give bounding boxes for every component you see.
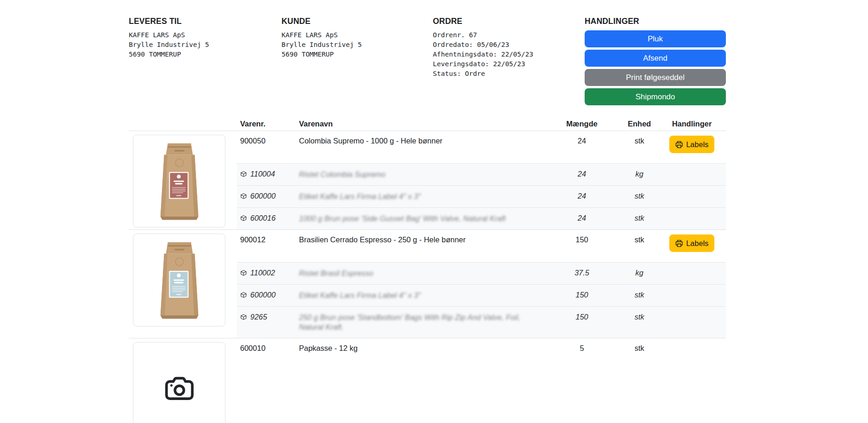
shipmondo-button[interactable]: Shipmondo — [585, 88, 726, 105]
pluk-button[interactable]: Pluk — [585, 30, 726, 47]
deliver-to-title: LEVERES TIL — [129, 17, 282, 26]
line-varenr: 600010 — [237, 344, 299, 353]
package-icon — [240, 215, 247, 222]
line-enhed: stk — [621, 235, 658, 244]
line-varenavn: Brasilien Cerrado Espresso - 250 g - Hel… — [299, 235, 543, 244]
component-varenr: 600016 — [250, 214, 276, 223]
header-enhed: Enhed — [621, 120, 658, 128]
component-varenr: 600000 — [250, 291, 276, 299]
component-line-row: 110004 Ristet Colombia Supremo 24 kg — [237, 163, 726, 185]
header-varenr: Varenr. — [237, 120, 299, 128]
order-lines-table: Varenr. Varenavn Mængde Enhed Handlinger — [129, 117, 726, 423]
coffee-bag-illustration — [145, 138, 214, 224]
customer-title: KUNDE — [282, 17, 433, 26]
labels-button-label: Labels — [686, 239, 709, 248]
component-varenr: 600000 — [250, 192, 276, 200]
afsend-button[interactable]: Afsend — [585, 50, 726, 67]
package-icon — [240, 269, 247, 276]
line-enhed: stk — [621, 344, 658, 353]
product-group: 900050 Colombia Supremo - 1000 g - Hele … — [129, 131, 726, 230]
deliver-to-street: Brylle Industrivej 5 — [129, 40, 282, 50]
component-varenr: 110004 — [250, 170, 275, 178]
customer-section: KUNDE KAFFE LARS ApS Brylle Industrivej … — [282, 17, 433, 117]
line-varenavn: Papkasse - 12 kg — [299, 344, 543, 353]
order-line-row: 600010 Papkasse - 12 kg 5 stk — [237, 338, 726, 371]
component-enhed: stk — [621, 214, 658, 223]
print-folgeseddel-button[interactable]: Print følgeseddel — [585, 69, 726, 86]
deliver-to-name: KAFFE LARS ApS — [129, 30, 282, 40]
line-varenavn: Colombia Supremo - 1000 g - Hele bønner — [299, 137, 543, 145]
package-icon — [240, 314, 247, 320]
line-maengde: 150 — [543, 235, 621, 244]
header-varenavn: Varenavn — [299, 120, 543, 128]
order-summary: LEVERES TIL KAFFE LARS ApS Brylle Indust… — [129, 0, 726, 117]
table-header-row: Varenr. Varenavn Mængde Enhed Handlinger — [129, 117, 726, 131]
component-name-redacted: Ristet Colombia Supremo — [299, 170, 543, 179]
deliver-to-city: 5690 TOMMERUP — [129, 50, 282, 59]
line-maengde: 24 — [543, 137, 621, 145]
package-icon — [240, 193, 247, 200]
camera-icon — [164, 375, 195, 402]
order-line-row: 900050 Colombia Supremo - 1000 g - Hele … — [237, 131, 726, 163]
component-name-redacted: 1000 g Brun pose 'Side Gusset Bag' With … — [299, 214, 543, 223]
order-status: Status: Ordre — [433, 69, 585, 79]
line-enhed: stk — [621, 137, 658, 145]
printer-icon — [675, 141, 683, 149]
component-line-row: 110002 Ristet Brasil Espresso 37.5 kg — [237, 262, 726, 284]
component-maengde: 24 — [543, 170, 621, 178]
delivery-date: Leveringsdato: 22/05/23 — [433, 59, 585, 69]
customer-street: Brylle Industrivej 5 — [282, 40, 433, 50]
labels-button-label: Labels — [686, 140, 709, 149]
component-maengde: 24 — [543, 214, 621, 223]
component-maengde: 37.5 — [543, 269, 621, 277]
component-name-redacted: 250 g Brun pose 'Standbottom' Bags With … — [299, 313, 543, 332]
line-maengde: 5 — [543, 344, 621, 353]
component-line-row: 600016 1000 g Brun pose 'Side Gusset Bag… — [237, 207, 726, 229]
component-line-row: 9265 250 g Brun pose 'Standbottom' Bags … — [237, 306, 726, 338]
component-varenr: 110002 — [250, 269, 275, 277]
header-maengde: Mængde — [543, 120, 621, 128]
component-maengde: 150 — [543, 291, 621, 299]
component-enhed: stk — [621, 291, 658, 299]
component-maengde: 24 — [543, 192, 621, 200]
component-line-row: 600000 Etiket Kaffe Lars Firma Label 4" … — [237, 185, 726, 207]
component-varenr: 9265 — [250, 313, 267, 321]
actions-title: HANDLINGER — [585, 17, 726, 26]
product-image-coffee-bag[interactable] — [133, 234, 225, 326]
order-line-row: 900012 Brasilien Cerrado Espresso - 250 … — [237, 230, 726, 262]
component-name-redacted: Etiket Kaffe Lars Firma Label 4" x 3" — [299, 291, 543, 300]
product-group: 600010 Papkasse - 12 kg 5 stk — [129, 338, 726, 423]
component-enhed: stk — [621, 192, 658, 200]
order-detail-page: LEVERES TIL KAFFE LARS ApS Brylle Indust… — [0, 0, 868, 423]
order-title: ORDRE — [433, 17, 585, 26]
no-image-placeholder — [133, 342, 225, 423]
component-enhed: stk — [621, 313, 658, 321]
printer-icon — [675, 240, 683, 247]
labels-button[interactable]: Labels — [669, 136, 715, 153]
package-icon — [240, 171, 247, 177]
deliver-to-section: LEVERES TIL KAFFE LARS ApS Brylle Indust… — [129, 17, 282, 117]
component-name-redacted: Etiket Kaffe Lars Firma Label 4" x 3" — [299, 192, 543, 201]
component-maengde: 150 — [543, 313, 621, 321]
component-line-row: 600000 Etiket Kaffe Lars Firma Label 4" … — [237, 284, 726, 306]
customer-name: KAFFE LARS ApS — [282, 30, 433, 40]
labels-button[interactable]: Labels — [669, 234, 715, 252]
order-number: Ordrenr. 67 — [433, 30, 585, 40]
header-handlinger: Handlinger — [658, 120, 726, 128]
component-enhed: kg — [621, 170, 658, 178]
product-image-coffee-bag[interactable] — [133, 135, 225, 228]
actions-section: HANDLINGER Pluk Afsend Print følgeseddel… — [585, 17, 726, 117]
customer-city: 5690 TOMMERUP — [282, 50, 433, 59]
pickup-date: Afhentningsdato: 22/05/23 — [433, 50, 585, 59]
package-icon — [240, 292, 247, 298]
product-group: 900012 Brasilien Cerrado Espresso - 250 … — [129, 230, 726, 338]
component-enhed: kg — [621, 269, 658, 277]
order-date: Ordredato: 05/06/23 — [433, 40, 585, 50]
line-varenr: 900012 — [237, 235, 299, 244]
component-name-redacted: Ristet Brasil Espresso — [299, 269, 543, 278]
coffee-bag-illustration — [145, 237, 214, 323]
line-varenr: 900050 — [237, 137, 299, 145]
order-section: ORDRE Ordrenr. 67 Ordredato: 05/06/23 Af… — [433, 17, 585, 117]
